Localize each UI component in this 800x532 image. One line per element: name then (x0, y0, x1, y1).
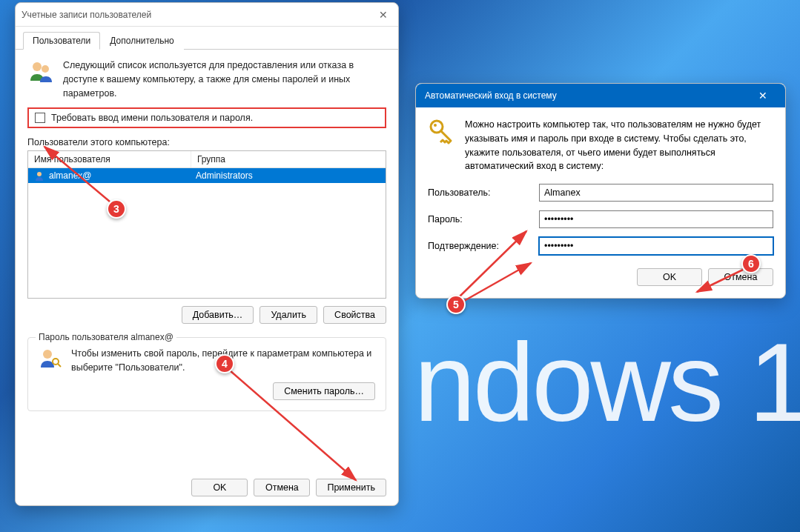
properties-button[interactable]: Свойства (323, 306, 386, 324)
remove-button[interactable]: Удалить (259, 306, 317, 324)
svg-point-3 (43, 350, 52, 359)
apply-button[interactable]: Применить (316, 479, 386, 496)
add-button[interactable]: Добавить… (182, 306, 254, 324)
checkbox-icon (35, 113, 45, 123)
tab-strip: Пользователи Дополнительно (16, 27, 398, 50)
annotation-badge-6: 6 (741, 254, 761, 273)
svg-point-1 (42, 65, 49, 73)
users-icon (27, 59, 54, 85)
user-accounts-dialog: Учетные записи пользователей ✕ Пользоват… (15, 2, 399, 506)
column-group[interactable]: Группа (191, 151, 386, 167)
close-icon: ✕ (758, 90, 767, 102)
window-title: Автоматический вход в систему (425, 90, 557, 101)
user-avatar-icon (34, 170, 44, 181)
password-label: Пароль: (428, 214, 532, 225)
password-groupbox: Пароль пользователя almanex@ Чтобы измен… (27, 337, 386, 411)
titlebar[interactable]: Автоматический вход в систему ✕ (416, 84, 785, 107)
annotation-badge-3: 3 (107, 199, 126, 219)
tab-users[interactable]: Пользователи (23, 32, 100, 50)
annotation-badge-4: 4 (215, 354, 234, 373)
auto-login-dialog: Автоматический вход в систему ✕ Можно на… (415, 83, 786, 299)
svg-point-4 (53, 359, 59, 365)
users-section-label: Пользователи этого компьютера: (27, 137, 386, 147)
svg-point-2 (37, 172, 42, 176)
cancel-button[interactable]: Отмена (254, 479, 310, 496)
require-login-checkbox-row[interactable]: Требовать ввод имени пользователя и паро… (27, 107, 386, 128)
ok-button[interactable]: OK (191, 479, 248, 496)
confirm-input[interactable] (539, 237, 773, 255)
window-title: Учетные записи пользователей (22, 10, 151, 20)
users-table[interactable]: Имя пользователя Группа almanex@ Adminis… (27, 150, 386, 299)
close-button[interactable]: ✕ (374, 6, 392, 24)
login-description: Можно настроить компьютер так, что польз… (465, 118, 773, 173)
password-input[interactable] (539, 210, 773, 228)
cancel-button[interactable]: Отмена (708, 268, 773, 286)
ok-button[interactable]: OK (637, 268, 702, 286)
background-watermark: ndows 1 (414, 319, 800, 447)
keys-icon (428, 118, 454, 147)
svg-point-6 (434, 124, 437, 127)
table-row[interactable]: almanex@ Administrators (28, 168, 386, 183)
user-key-icon (39, 347, 62, 370)
description-text: Следующий список используется для предос… (63, 59, 386, 100)
tab-advanced[interactable]: Дополнительно (100, 32, 183, 50)
cell-username: almanex@ (49, 170, 92, 181)
annotation-badge-5: 5 (446, 295, 466, 314)
user-input[interactable] (539, 184, 773, 202)
user-label: Пользователь: (428, 187, 532, 198)
svg-point-0 (33, 62, 42, 71)
cell-group: Administrators (196, 170, 380, 181)
confirm-label: Подтверждение: (428, 241, 532, 251)
close-button[interactable]: ✕ (747, 84, 779, 107)
column-username[interactable]: Имя пользователя (28, 151, 191, 167)
checkbox-label: Требовать ввод имени пользователя и паро… (51, 113, 253, 123)
change-password-button[interactable]: Сменить пароль… (273, 382, 375, 400)
close-icon: ✕ (379, 9, 388, 21)
titlebar[interactable]: Учетные записи пользователей ✕ (16, 3, 398, 27)
groupbox-title: Пароль пользователя almanex@ (36, 332, 176, 342)
